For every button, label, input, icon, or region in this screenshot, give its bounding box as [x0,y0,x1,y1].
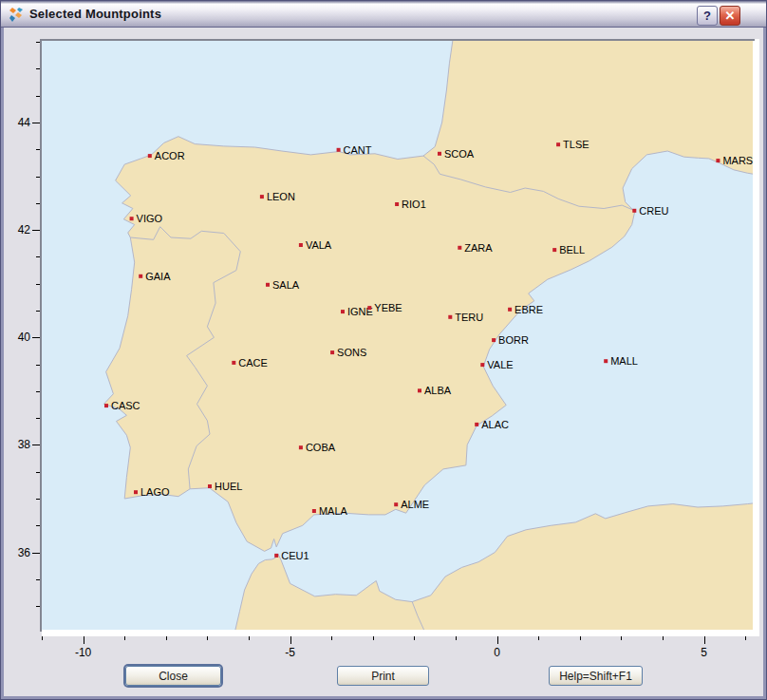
station-marker-VALA [299,243,303,247]
station-label-ALAC: ALAC [481,419,509,430]
station-marker-SONS [330,350,334,354]
station-marker-ZARA [458,246,461,250]
station-label-VALA: VALA [306,239,332,251]
station-marker-EBRE [508,308,512,312]
y-major-tick [32,553,40,554]
station-label-VIGO: VIGO [137,213,163,224]
x-minor-tick [745,636,746,640]
station-label-CEU1: CEU1 [281,550,309,561]
station-marker-CREU [632,209,636,213]
station-marker-RIO1 [395,202,399,206]
x-minor-tick [249,636,250,640]
station-marker-ALME [394,502,398,506]
x-minor-tick [373,636,374,640]
plot-margin-bottom [42,630,759,636]
station-marker-CACE [232,361,235,365]
titlebar-help-button[interactable]: ? [697,6,718,26]
station-label-HUEL: HUEL [215,481,242,492]
y-tick-label: 38 [6,438,30,451]
station-label-GAIA: GAIA [145,271,171,282]
title-bar[interactable]: Selected Mountpoints ? ✕ [1,1,766,28]
station-label-ALME: ALME [401,499,429,510]
station-label-ZARA: ZARA [464,242,493,254]
station-marker-HUEL [208,484,212,488]
station-label-YEBE: YEBE [374,302,402,313]
station-marker-ALAC [475,423,478,426]
station-label-COBA: COBA [306,442,336,453]
station-marker-LEON [260,195,264,199]
station-marker-CANT [337,148,341,152]
station-label-LEON: LEON [267,191,295,202]
x-minor-tick [663,636,664,640]
station-marker-GAIA [139,274,142,278]
station-label-TLSE: TLSE [563,139,589,150]
x-minor-tick [124,636,125,640]
app-icon [9,7,25,23]
station-marker-LAGO [134,490,138,494]
station-marker-VALE [480,363,484,367]
x-minor-tick [538,636,539,640]
station-label-TERU: TERU [455,312,483,323]
station-marker-ACOR [148,154,152,158]
x-major-tick [497,636,498,644]
x-minor-tick [456,636,457,640]
y-tick-label: 36 [6,546,30,559]
station-label-SONS: SONS [337,347,366,358]
station-label-CANT: CANT [344,144,372,156]
station-label-MALL: MALL [610,355,638,367]
x-minor-tick [207,636,208,640]
x-major-tick [84,636,84,644]
station-label-VALE: VALE [487,359,513,370]
y-major-tick [32,337,40,338]
y-major-tick [32,230,40,231]
station-marker-SALA [266,283,270,287]
station-label-CREU: CREU [639,205,668,217]
x-minor-tick [42,636,43,640]
selected-mountpoints-window: Selected Mountpoints ? ✕ ACORVIGOCANTSCO… [0,0,767,700]
station-marker-MALL [604,359,608,363]
x-minor-tick [621,636,622,640]
map-plot: ACORVIGOCANTSCOATLSEMARSCREULEONRIO1VALA… [42,41,753,630]
station-label-CACE: CACE [238,357,268,369]
station-label-RIO1: RIO1 [402,199,426,210]
y-tick-label: 42 [6,223,30,236]
x-tick-label: 0 [481,646,514,659]
x-minor-tick [331,636,332,640]
station-marker-SCOA [438,152,441,156]
station-marker-ALBA [418,388,421,392]
y-major-tick [32,445,40,445]
x-minor-tick [414,636,415,640]
station-label-CASC: CASC [111,400,140,411]
station-label-MARS: MARS [722,155,753,166]
window-border-left [1,28,4,699]
iberia-map: ACORVIGOCANTSCOATLSEMARSCREULEONRIO1VALA… [42,41,753,630]
y-tick-label: 40 [6,331,30,344]
station-label-SCOA: SCOA [444,148,475,160]
help-button[interactable]: Help=Shift+F1 [549,666,643,686]
station-label-SALA: SALA [272,279,300,291]
station-label-ACOR: ACOR [155,150,185,161]
station-label-ALBA: ALBA [424,385,452,396]
x-minor-tick [166,636,167,640]
window-border-right [763,28,766,699]
print-button[interactable]: Print [337,666,429,686]
station-label-BELL: BELL [559,244,585,255]
station-marker-VIGO [130,217,134,220]
station-marker-IGNE [341,310,345,313]
plot-margin-right [753,39,759,636]
station-marker-BORR [492,338,496,342]
station-marker-COBA [299,445,303,449]
window-title: Selected Mountpoints [29,1,161,28]
station-marker-MALA [312,509,316,513]
x-major-tick [704,636,705,644]
x-tick-label: -5 [274,646,307,659]
titlebar-close-button[interactable]: ✕ [720,6,740,26]
africa-landmass [233,501,754,630]
station-marker-CASC [104,404,108,407]
station-marker-YEBE [367,306,371,310]
close-button[interactable]: Close [125,666,221,686]
x-tick-label: -10 [67,646,100,659]
y-major-tick [32,123,40,123]
station-marker-BELL [552,248,556,252]
x-major-tick [290,636,291,644]
